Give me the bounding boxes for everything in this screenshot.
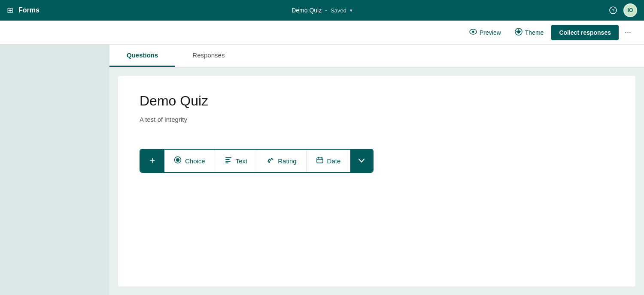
svg-point-3 xyxy=(472,30,474,33)
preview-label: Preview xyxy=(480,29,501,36)
topbar-center: Demo Quiz - Saved ▾ xyxy=(292,7,352,14)
topbar: ⊞ Forms Demo Quiz - Saved ▾ ? IO xyxy=(0,0,644,21)
text-label: Text xyxy=(236,157,248,165)
sidebar xyxy=(0,45,109,295)
expand-button[interactable] xyxy=(350,150,373,172)
content-area: Questions Responses Demo Quiz A test of … xyxy=(109,45,644,295)
add-question-bar: + Choice xyxy=(140,149,374,173)
save-status: Saved xyxy=(331,7,346,14)
choice-label: Choice xyxy=(185,157,205,165)
secondary-toolbar: Preview Theme Collect responses ··· xyxy=(0,21,644,45)
tab-questions[interactable]: Questions xyxy=(109,45,175,67)
svg-rect-17 xyxy=(317,158,323,163)
collect-responses-button[interactable]: Collect responses xyxy=(551,25,619,40)
svg-point-7 xyxy=(518,33,519,34)
rating-icon xyxy=(267,156,274,166)
svg-text:?: ? xyxy=(612,8,614,13)
svg-point-5 xyxy=(517,30,520,33)
text-icon xyxy=(225,156,232,166)
preview-icon xyxy=(469,29,477,36)
nav-separator: - xyxy=(325,7,327,14)
text-button[interactable]: Text xyxy=(215,150,258,172)
save-chevron[interactable]: ▾ xyxy=(350,8,352,13)
svg-point-8 xyxy=(516,31,517,32)
date-icon xyxy=(316,156,324,166)
svg-point-9 xyxy=(520,31,521,32)
form-title: Demo Quiz xyxy=(140,93,614,109)
preview-button[interactable]: Preview xyxy=(463,25,507,40)
form-subtitle: A test of integrity xyxy=(140,116,614,123)
svg-rect-15 xyxy=(225,163,228,163)
svg-point-11 xyxy=(176,158,179,162)
theme-label: Theme xyxy=(525,29,544,36)
svg-rect-14 xyxy=(225,161,231,162)
user-avatar[interactable]: IO xyxy=(623,3,637,17)
tab-responses[interactable]: Responses xyxy=(175,45,242,67)
form-panel: Demo Quiz A test of integrity + Choice xyxy=(118,76,635,286)
help-button[interactable]: ? xyxy=(606,3,620,17)
date-button[interactable]: Date xyxy=(307,150,351,172)
main-layout: Questions Responses Demo Quiz A test of … xyxy=(0,45,644,295)
apps-icon[interactable]: ⊞ xyxy=(7,6,13,15)
app-name: Forms xyxy=(18,6,39,14)
tab-bar: Questions Responses xyxy=(109,45,644,67)
theme-button[interactable]: Theme xyxy=(509,24,550,41)
svg-rect-12 xyxy=(225,157,231,158)
svg-point-6 xyxy=(518,29,519,30)
rating-button[interactable]: Rating xyxy=(257,150,306,172)
svg-point-16 xyxy=(268,161,270,163)
rating-label: Rating xyxy=(278,157,296,165)
form-title-nav: Demo Quiz xyxy=(292,7,322,14)
svg-rect-13 xyxy=(225,159,230,160)
more-icon: ··· xyxy=(625,28,631,36)
choice-button[interactable]: Choice xyxy=(164,150,215,172)
more-options-button[interactable]: ··· xyxy=(620,24,635,40)
add-button[interactable]: + xyxy=(140,150,164,172)
theme-icon xyxy=(515,28,522,37)
topbar-right: ? IO xyxy=(606,3,637,17)
date-label: Date xyxy=(327,157,341,165)
choice-icon xyxy=(174,156,182,166)
